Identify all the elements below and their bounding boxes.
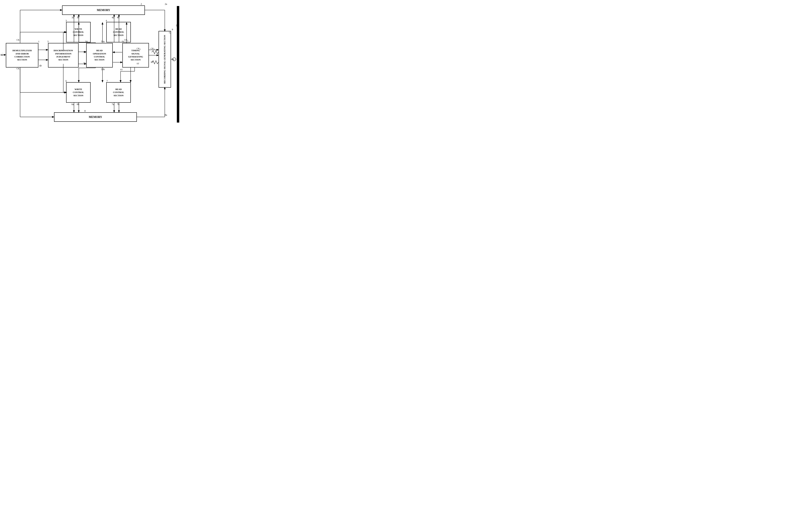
label-1: 1 — [38, 40, 39, 43]
label-st-right: ST — [151, 61, 153, 63]
discrimination-label: DISCRIMINATIONINFORMATIONJUDGEMENTSECTIO… — [48, 43, 78, 67]
label-3a: 3a — [72, 16, 74, 19]
label-6: 6 — [65, 80, 67, 83]
label-ck1-bot: CK1 — [17, 67, 20, 70]
label-st-mid: ST — [137, 62, 139, 65]
label-2: 2 — [141, 3, 142, 6]
label-50b: 50b — [101, 68, 105, 71]
memory-top-label: MEMORY — [62, 6, 145, 15]
label-4a: 4a — [112, 16, 114, 19]
label-st-left: ST — [120, 68, 123, 71]
recording-signal-label: RECORDING SIGNAL GENERATING SECTION — [159, 31, 171, 87]
write-control-bot-label: WRITECONTROLSECTION — [66, 82, 90, 102]
timing-signal-label: TIMINGSIGNALGENERATINGSECTION — [123, 43, 149, 67]
label-8a: 8a — [165, 114, 167, 117]
demux-label: DEMULTIPLEXERAND ERRORCORRECTIONSECTION — [6, 43, 38, 67]
label-4b: 4b — [117, 16, 119, 19]
write-control-top-label: WRITECONTROLSECTION — [66, 22, 90, 42]
label-7b: 7b — [117, 103, 119, 106]
label-7a: 7a — [112, 103, 114, 106]
label-50: 50 — [85, 40, 88, 43]
label-6a: 6a — [72, 103, 74, 106]
label-7: 7 — [106, 80, 108, 83]
label-9: 9 — [172, 28, 173, 31]
memory-bot-label: MEMORY — [54, 113, 137, 122]
label-52: 52 — [169, 31, 171, 34]
label-5a: 5a — [83, 51, 86, 54]
label-ck2-top: CK2 — [124, 39, 128, 42]
diagram: MEMORY WRITECONTROLSECTION READCONTROLSE… — [0, 0, 203, 130]
label-53: 53 — [176, 24, 178, 27]
label-5: 5 — [47, 40, 48, 43]
label-ck2-right: CK2 — [151, 47, 155, 50]
label-5b: 5b — [83, 62, 86, 65]
label-ck2-mid: CK2 — [137, 47, 141, 50]
label-3: 3 — [65, 19, 67, 22]
svg-rect-58 — [177, 6, 179, 123]
label-50a: 50a — [101, 40, 104, 43]
label-ck1-top: CK1 — [17, 39, 20, 42]
label-8: 8 — [84, 109, 86, 113]
label-9a: 9a — [172, 58, 174, 61]
read-op-control-label: READOPERATIONCONTROLSECTION — [86, 43, 113, 67]
label-2a: 2a — [165, 3, 167, 6]
label-51: 51 — [122, 40, 124, 43]
label-sb: Sb — [39, 64, 42, 67]
label-3b: 3b — [77, 16, 79, 19]
label-4: 4 — [106, 19, 107, 22]
label-6b: 6b — [77, 103, 79, 106]
read-control-bot-label: READCONTROLSECTION — [106, 82, 130, 102]
